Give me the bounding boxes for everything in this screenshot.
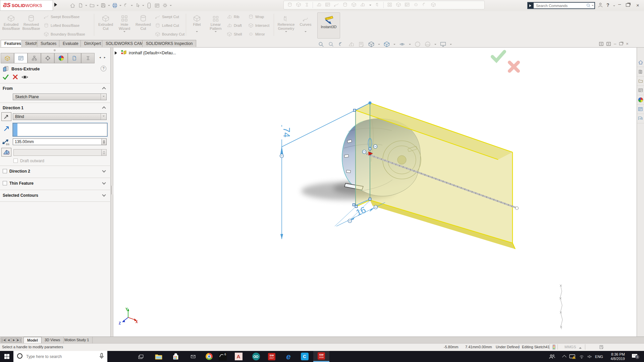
- tree-expand-icon[interactable]: [115, 51, 119, 55]
- people-icon[interactable]: [548, 351, 556, 362]
- panel-tab-dimxpertmanager[interactable]: [41, 53, 54, 63]
- menu-expand-arrow[interactable]: [54, 3, 59, 7]
- status-tag-icon[interactable]: [599, 345, 604, 350]
- close-button[interactable]: ×: [636, 2, 639, 8]
- tab-surfaces[interactable]: Surfaces: [37, 40, 60, 47]
- print-dropdown-icon[interactable]: [119, 5, 121, 7]
- taskpane-forum-icon[interactable]: [637, 114, 644, 123]
- extruded-boss-button[interactable]: ExtrudedBoss/Base: [1, 13, 21, 31]
- tree-root-label[interactable]: ironhalf (Default<<Defau...: [129, 51, 176, 55]
- tab-scroll-left[interactable]: ◀: [6, 338, 11, 343]
- search-dropdown-icon[interactable]: [592, 5, 594, 7]
- stray-sketch-spline[interactable]: [559, 285, 562, 329]
- file-explorer-button[interactable]: [154, 351, 164, 362]
- tab-evaluate[interactable]: Evaluate: [59, 40, 82, 47]
- pm-help-icon[interactable]: ?: [101, 66, 106, 71]
- search-scope-icon[interactable]: [528, 3, 534, 8]
- restore-button[interactable]: [626, 3, 630, 7]
- linear-pattern-button[interactable]: LinearPattern: [206, 13, 225, 33]
- hide-show-dropdown-icon[interactable]: [409, 44, 411, 46]
- confirm-ok-corner[interactable]: [490, 49, 506, 63]
- volume-muted-icon[interactable]: [586, 351, 594, 362]
- intersect-button[interactable]: Intersect: [248, 23, 269, 28]
- clock[interactable]: 8:36 PM 4/8/2019: [605, 351, 625, 362]
- help-icon[interactable]: ?: [606, 2, 609, 8]
- curves-dropdown-icon[interactable]: [305, 31, 307, 33]
- undo-dropdown-icon[interactable]: [131, 5, 133, 7]
- doc-tab-motion-study[interactable]: Motion Study 1: [61, 337, 93, 343]
- help-dropdown-icon[interactable]: [613, 5, 615, 7]
- arduino-button[interactable]: [251, 351, 261, 362]
- hole-wizard-dropdown-icon[interactable]: [123, 31, 125, 33]
- boundary-boss-button[interactable]: Boundary Boss/Base: [44, 32, 85, 37]
- from-collapse-icon[interactable]: [102, 87, 106, 90]
- new-document-button[interactable]: [76, 2, 85, 9]
- curves-button[interactable]: Curves: [297, 13, 314, 33]
- anchor-icon[interactable]: [375, 2, 380, 9]
- minimize-button[interactable]: –: [618, 1, 621, 7]
- swept-boss-button[interactable]: Swept Boss/Base: [44, 14, 79, 19]
- panel-splitter[interactable]: [111, 48, 113, 337]
- taskpane-view-palette-icon[interactable]: [637, 86, 644, 95]
- open-button[interactable]: [88, 2, 96, 9]
- display-style-dropdown-icon[interactable]: [393, 44, 395, 46]
- tab-dimxpert[interactable]: DimXpert: [80, 40, 105, 47]
- units-dropdown-icon[interactable]: [579, 346, 582, 349]
- doc-close-icon[interactable]: ×: [626, 41, 629, 46]
- thin-feature-expand-icon[interactable]: [102, 181, 106, 184]
- direction1-collapse-icon[interactable]: [102, 106, 106, 110]
- wrap-button[interactable]: Wrap: [248, 14, 264, 19]
- tab-solidworks-cam[interactable]: SOLIDWORKS CAM: [102, 40, 147, 47]
- home-button[interactable]: [68, 2, 76, 9]
- mate-icon[interactable]: [287, 2, 292, 8]
- open-dropdown-icon[interactable]: [97, 5, 99, 7]
- fillet-button[interactable]: Fillet: [187, 13, 207, 33]
- lofted-boss-button[interactable]: Lofted Boss/Base: [44, 23, 79, 28]
- dimension-height[interactable]: 74: [281, 127, 291, 137]
- cura-button[interactable]: C: [300, 351, 310, 362]
- thin-feature-checkbox[interactable]: [3, 181, 7, 185]
- taskpane-file-explorer-icon[interactable]: [637, 76, 644, 86]
- taskpane-home-icon[interactable]: [637, 58, 644, 67]
- search-icon[interactable]: [586, 3, 591, 8]
- rebuild-button[interactable]: [145, 2, 153, 9]
- confirm-cancel-corner[interactable]: [507, 60, 521, 73]
- panel-tab-featuremanager[interactable]: [1, 53, 14, 63]
- component-icon[interactable]: [296, 2, 301, 8]
- options-dropdown-icon[interactable]: [170, 5, 172, 7]
- microsoft-store-button[interactable]: [171, 351, 181, 362]
- edge-button[interactable]: e: [283, 351, 293, 362]
- from-select[interactable]: Sketch Plane: [13, 94, 107, 100]
- start-button[interactable]: [0, 351, 13, 362]
- taskbar-search-input[interactable]: [25, 354, 99, 359]
- panel-splitter-dot[interactable]: [54, 49, 56, 51]
- rotate-icon[interactable]: [422, 2, 427, 8]
- cortana-icon[interactable]: [17, 353, 23, 360]
- panel-tab-propertymanager[interactable]: [14, 53, 28, 63]
- tab-scroll-first[interactable]: ❘◀: [1, 338, 6, 343]
- microphone-icon[interactable]: [99, 353, 104, 360]
- surface-icon[interactable]: [360, 2, 365, 8]
- direction2-expand-icon[interactable]: [102, 169, 106, 172]
- save-dropdown-icon[interactable]: [108, 5, 110, 7]
- tray-expand-icon[interactable]: [560, 351, 568, 362]
- revolved-boss-button[interactable]: RevolvedBoss/Base: [21, 13, 41, 31]
- taskpane-custom-properties-icon[interactable]: [637, 105, 644, 114]
- panel-tabs-scroll-right[interactable]: ▸: [104, 56, 106, 59]
- preview-eye-icon[interactable]: [21, 75, 28, 80]
- from-select-dropdown-icon[interactable]: [101, 94, 106, 100]
- doc-minimize-icon[interactable]: –: [614, 41, 616, 46]
- options-button[interactable]: [161, 2, 169, 9]
- panel-tab-displaymanager[interactable]: [54, 53, 68, 63]
- loft-icon[interactable]: [342, 2, 348, 8]
- user-account-icon[interactable]: [598, 2, 603, 9]
- rib-button[interactable]: Rib: [227, 14, 239, 19]
- view-settings-dropdown-icon[interactable]: [450, 44, 452, 46]
- end-condition-select[interactable]: Blind: [13, 113, 107, 120]
- fastener-icon[interactable]: [305, 2, 309, 8]
- tab-solidworks-inspection[interactable]: SOLIDWORKS Inspection: [142, 40, 196, 47]
- revolved-cut-button[interactable]: RevolvedCut: [133, 13, 153, 31]
- cancel-button[interactable]: [13, 74, 18, 80]
- graphics-viewport[interactable]: 74 16: [113, 48, 637, 337]
- taskbar-search[interactable]: [13, 351, 107, 362]
